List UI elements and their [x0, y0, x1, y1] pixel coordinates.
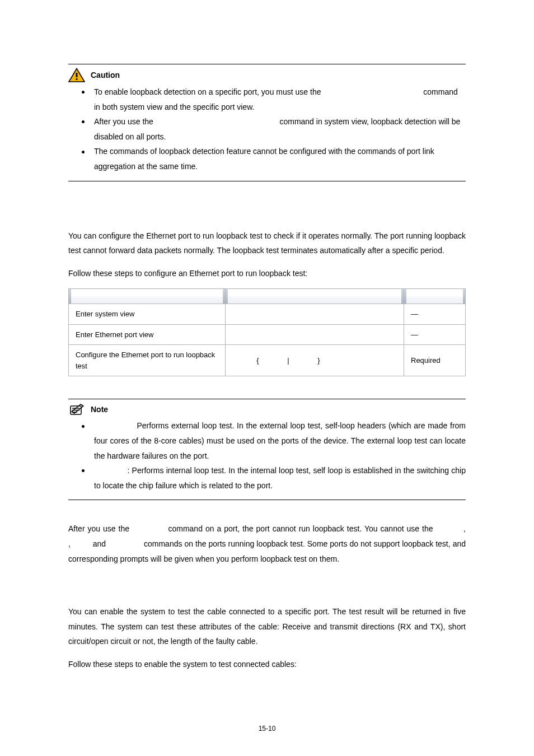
table-row: Enter system view —: [69, 304, 466, 325]
table-header-operation: [69, 289, 226, 304]
cell-operation: Enter Ethernet port view: [69, 324, 226, 345]
list-item: After you use the command in system view…: [82, 114, 466, 144]
table-row: Configure the Ethernet port to run loopb…: [69, 345, 466, 376]
cell-operation: Configure the Ethernet port to run loopb…: [69, 345, 226, 376]
caution-top-rule: [68, 64, 466, 64]
list-item-text: The commands of loopback detection featu…: [94, 147, 437, 171]
list-item: Performs external loop test. In the exte…: [82, 418, 466, 463]
cell-command: [226, 304, 404, 325]
list-item: : Performs internal loop test. In the in…: [82, 463, 466, 493]
table-header-command: [226, 289, 404, 304]
cable-test-steps-intro: Follow these steps to enable the system …: [68, 657, 466, 672]
note-header: Note: [68, 403, 466, 416]
caution-callout: Caution To enable loopback detection on …: [68, 64, 466, 181]
cell-description: —: [404, 324, 466, 345]
loopback-restrictions-paragraph: After you use the command on a port, the…: [68, 521, 466, 566]
cell-command: [226, 324, 404, 345]
note-list: Performs external loop test. In the exte…: [82, 418, 466, 493]
table-row: Enter Ethernet port view —: [69, 324, 466, 345]
list-item: To enable loopback detection on a specif…: [82, 85, 466, 114]
note-top-rule: [68, 399, 466, 399]
cell-description: Required: [404, 345, 466, 376]
note-title: Note: [91, 405, 108, 414]
svg-rect-1: [76, 73, 78, 77]
config-table: Enter system view — Enter Ethernet port …: [68, 288, 466, 376]
caution-icon: [68, 68, 85, 82]
loopback-steps-intro: Follow these steps to configure an Ether…: [68, 266, 466, 281]
list-item: The commands of loopback detection featu…: [82, 144, 466, 174]
note-icon: [68, 403, 85, 416]
list-item-text: Performs external loop test. In the exte…: [94, 421, 468, 460]
table-header-row: [69, 289, 466, 304]
caution-header: Caution: [68, 68, 466, 82]
svg-rect-2: [76, 78, 78, 80]
caution-list: To enable loopback detection on a specif…: [82, 85, 466, 174]
list-item-text: After you use the command in system view…: [94, 117, 462, 141]
cable-test-paragraph: You can enable the system to test the ca…: [68, 604, 466, 649]
page-number: 15-10: [0, 725, 534, 732]
cell-description: —: [404, 304, 466, 325]
list-item-text: To enable loopback detection on a specif…: [94, 87, 460, 111]
cell-operation: Enter system view: [69, 304, 226, 325]
cell-command: { | }: [226, 345, 404, 376]
table-header-description: [404, 289, 466, 304]
list-item-text: : Performs internal loop test. In the in…: [94, 466, 468, 490]
note-callout: Note Performs external loop test. In the…: [68, 399, 466, 500]
caution-title: Caution: [91, 71, 120, 80]
loopback-paragraph: You can configure the Ethernet port to r…: [68, 228, 466, 258]
